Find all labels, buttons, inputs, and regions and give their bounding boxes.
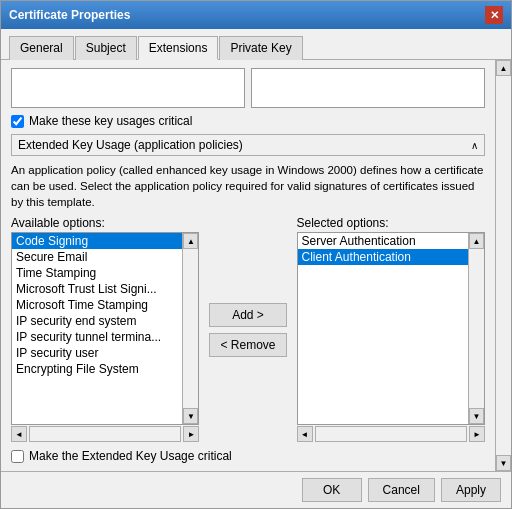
key-usages-critical-row: Make these key usages critical bbox=[11, 114, 485, 128]
main-scroll-up-arrow[interactable]: ▲ bbox=[496, 60, 511, 76]
apply-button[interactable]: Apply bbox=[441, 478, 501, 502]
available-options-hscroll: ◄ ► bbox=[11, 425, 199, 443]
certificate-properties-window: Certificate Properties ✕ General Subject… bbox=[0, 0, 512, 509]
available-options-scrollbar: ▲ ▼ bbox=[182, 233, 198, 424]
field-box-left bbox=[11, 68, 245, 108]
list-item[interactable]: IP security tunnel termina... bbox=[12, 329, 182, 345]
key-usages-critical-checkbox[interactable] bbox=[11, 115, 24, 128]
scroll-track bbox=[183, 249, 198, 408]
scroll-up-arrow[interactable]: ▲ bbox=[183, 233, 198, 249]
title-bar: Certificate Properties ✕ bbox=[1, 1, 511, 29]
list-item[interactable]: Microsoft Trust List Signi... bbox=[12, 281, 182, 297]
scroll-down-arrow[interactable]: ▼ bbox=[183, 408, 198, 424]
list-item[interactable]: IP security user bbox=[12, 345, 182, 361]
hscroll-track bbox=[29, 426, 181, 442]
top-fields bbox=[11, 68, 485, 108]
tab-bar: General Subject Extensions Private Key bbox=[1, 29, 511, 60]
add-button[interactable]: Add > bbox=[209, 303, 286, 327]
ok-button[interactable]: OK bbox=[302, 478, 362, 502]
scroll-up-arrow[interactable]: ▲ bbox=[469, 233, 484, 249]
lists-area: Available options: Code Signing Secure E… bbox=[11, 216, 485, 443]
tab-subject[interactable]: Subject bbox=[75, 36, 137, 60]
main-scroll-down-arrow[interactable]: ▼ bbox=[496, 455, 511, 471]
main-scrollbar: ▲ ▼ bbox=[495, 60, 511, 471]
hscroll-left-arrow[interactable]: ◄ bbox=[297, 426, 313, 442]
main-scroll-track bbox=[496, 76, 511, 455]
extended-key-usage-critical-row: Make the Extended Key Usage critical bbox=[11, 449, 485, 463]
selected-options-container: Selected options: Server Authentication … bbox=[297, 216, 485, 443]
list-item[interactable]: Server Authentication bbox=[298, 233, 468, 249]
transfer-buttons: Add > < Remove bbox=[205, 216, 290, 443]
hscroll-right-arrow[interactable]: ► bbox=[183, 426, 199, 442]
scroll-track bbox=[469, 249, 484, 408]
content-inner: Make these key usages critical Extended … bbox=[1, 60, 495, 471]
selected-options-box: Server Authentication Client Authenticat… bbox=[297, 232, 485, 425]
cancel-button[interactable]: Cancel bbox=[368, 478, 435, 502]
section-header-label: Extended Key Usage (application policies… bbox=[18, 138, 243, 152]
section-collapse-arrow: ∧ bbox=[471, 140, 478, 151]
remove-button[interactable]: < Remove bbox=[209, 333, 286, 357]
tab-general[interactable]: General bbox=[9, 36, 74, 60]
close-button[interactable]: ✕ bbox=[485, 6, 503, 24]
list-item[interactable]: Client Authentication bbox=[298, 249, 468, 265]
window-title: Certificate Properties bbox=[9, 8, 130, 22]
extended-key-usage-critical-label: Make the Extended Key Usage critical bbox=[29, 449, 232, 463]
available-options-container: Available options: Code Signing Secure E… bbox=[11, 216, 199, 443]
tab-private-key[interactable]: Private Key bbox=[219, 36, 302, 60]
footer: OK Cancel Apply bbox=[1, 471, 511, 508]
selected-options-label: Selected options: bbox=[297, 216, 485, 230]
selected-options-scrollbar: ▲ ▼ bbox=[468, 233, 484, 424]
list-item[interactable]: IP security end system bbox=[12, 313, 182, 329]
selected-options-list[interactable]: Server Authentication Client Authenticat… bbox=[298, 233, 468, 424]
available-options-list[interactable]: Code Signing Secure Email Time Stamping … bbox=[12, 233, 182, 424]
available-options-label: Available options: bbox=[11, 216, 199, 230]
section-header[interactable]: Extended Key Usage (application policies… bbox=[11, 134, 485, 156]
key-usages-critical-label: Make these key usages critical bbox=[29, 114, 192, 128]
hscroll-right-arrow[interactable]: ► bbox=[469, 426, 485, 442]
hscroll-left-arrow[interactable]: ◄ bbox=[11, 426, 27, 442]
list-item[interactable]: Time Stamping bbox=[12, 265, 182, 281]
list-item[interactable]: Microsoft Time Stamping bbox=[12, 297, 182, 313]
hscroll-track bbox=[315, 426, 467, 442]
scroll-down-arrow[interactable]: ▼ bbox=[469, 408, 484, 424]
section-description: An application policy (called enhanced k… bbox=[11, 162, 485, 210]
content-area: Make these key usages critical Extended … bbox=[1, 60, 511, 471]
tab-extensions[interactable]: Extensions bbox=[138, 36, 219, 60]
selected-options-hscroll: ◄ ► bbox=[297, 425, 485, 443]
field-box-right bbox=[251, 68, 485, 108]
list-item[interactable]: Secure Email bbox=[12, 249, 182, 265]
list-item[interactable]: Encrypting File System bbox=[12, 361, 182, 377]
extended-key-usage-critical-checkbox[interactable] bbox=[11, 450, 24, 463]
list-item[interactable]: Code Signing bbox=[12, 233, 182, 249]
available-options-box: Code Signing Secure Email Time Stamping … bbox=[11, 232, 199, 425]
